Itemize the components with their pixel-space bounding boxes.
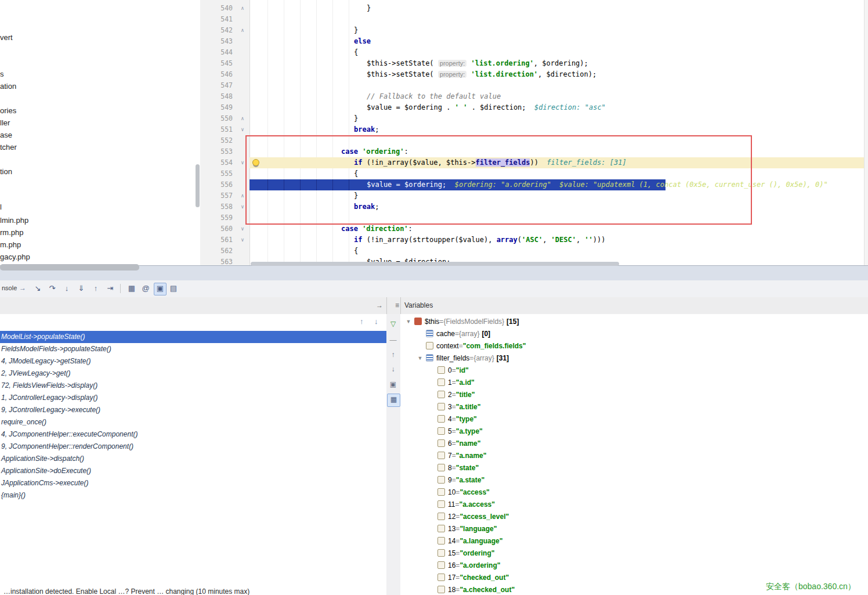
- tree-item[interactable]: m.php: [0, 240, 21, 249]
- tree-vertical-scrollbar[interactable]: [196, 164, 200, 207]
- stack-frame[interactable]: 9, JControllerLegacy->execute(): [0, 404, 386, 416]
- stack-frame[interactable]: 9, JComponentHelper::renderComponent(): [0, 441, 386, 453]
- variable-row[interactable]: 15 = "ordering": [400, 547, 868, 559]
- stack-frame[interactable]: ApplicationSite->doExecute(): [0, 465, 386, 477]
- stack-frame[interactable]: ApplicationSite->dispatch(): [0, 453, 386, 465]
- editor-vertical-scrollbar[interactable]: [864, 0, 868, 265]
- tree-item[interactable]: tion: [0, 167, 12, 176]
- tree-item[interactable]: tcher: [0, 143, 17, 152]
- variable-row[interactable]: ▼filter_fields = {array}[31]: [400, 352, 868, 364]
- show-execution-point-icon[interactable]: ↘: [32, 283, 44, 294]
- previous-frame-icon[interactable]: ↑: [360, 317, 364, 326]
- code-line-544[interactable]: {: [200, 47, 868, 58]
- variable-row[interactable]: 2 = "title": [400, 388, 868, 401]
- variable-row[interactable]: ▼$this = {FieldsModelFields}[15]: [400, 315, 868, 327]
- variable-row[interactable]: 8 = "state": [400, 461, 868, 474]
- frame-down-icon[interactable]: ↓: [387, 363, 399, 376]
- tree-item[interactable]: ories: [0, 106, 16, 115]
- variables-menu-icon[interactable]: ≡: [395, 301, 399, 309]
- variable-row[interactable]: 9 = "a.state": [400, 474, 868, 486]
- variable-value: "a.title": [456, 403, 481, 411]
- step-into-icon[interactable]: ↓: [61, 283, 73, 294]
- variable-row[interactable]: 3 = "a.title": [400, 401, 868, 413]
- mute-breakpoints-icon[interactable]: ▣: [154, 283, 167, 295]
- tree-item[interactable]: l: [0, 203, 2, 211]
- frame-up-icon[interactable]: ↑: [387, 349, 399, 361]
- next-frame-icon[interactable]: ↓: [374, 317, 378, 326]
- stack-frame[interactable]: JApplicationCms->execute(): [0, 477, 386, 489]
- variable-row[interactable]: cache = {array}[0]: [400, 327, 868, 340]
- tree-item[interactable]: vert: [0, 33, 13, 42]
- filter-frames-icon[interactable]: ▽: [387, 318, 399, 330]
- view-breakpoints-icon[interactable]: ▦: [126, 283, 138, 294]
- step-out-icon[interactable]: ↑: [90, 283, 102, 294]
- variable-row[interactable]: 14 = "a.language": [400, 535, 868, 547]
- variable-value: "checked_out": [460, 574, 509, 582]
- debug-side-toolbar: ▽—↑↓▣▦: [386, 314, 401, 595]
- stack-frame[interactable]: 4, JComponentHelper::executeComponent(): [0, 428, 386, 441]
- variable-row[interactable]: 7 = "a.name": [400, 449, 868, 461]
- stack-frame[interactable]: ModelList->populateState(): [0, 331, 386, 343]
- equals-sign: =: [455, 537, 460, 545]
- variable-row[interactable]: 10 = "access": [400, 486, 868, 498]
- stack-frame[interactable]: {main}(): [0, 489, 386, 502]
- code-line-541[interactable]: [200, 14, 868, 25]
- editor-horizontal-scrollbar[interactable]: [251, 262, 619, 266]
- code-line-551[interactable]: break;: [200, 124, 868, 135]
- panel-layout-icon[interactable]: ▦: [387, 394, 400, 407]
- equals-sign: =: [439, 318, 443, 326]
- variable-row[interactable]: context = "com_fields.fields": [400, 340, 868, 352]
- expand-toggle-icon[interactable]: ▼: [404, 319, 413, 324]
- code-line-540[interactable]: }: [200, 3, 868, 14]
- tree-horizontal-scrollbar[interactable]: [0, 264, 139, 271]
- variable-name: 0: [448, 366, 452, 374]
- code-line-561[interactable]: if (!in_array(strtoupper($value), array(…: [200, 235, 868, 246]
- code-line-548[interactable]: // Fallback to the default value: [200, 91, 868, 102]
- copy-frames-icon[interactable]: ▣: [387, 378, 399, 391]
- code-line-562[interactable]: {: [200, 246, 868, 257]
- tree-item[interactable]: rm.php: [0, 228, 23, 237]
- code-line-547[interactable]: [200, 80, 868, 91]
- variable-row[interactable]: 4 = "type": [400, 413, 868, 425]
- code-line-542[interactable]: }: [200, 25, 868, 36]
- variable-row[interactable]: 11 = "a.access": [400, 498, 868, 510]
- stack-frame[interactable]: FieldsModelFields->populateState(): [0, 343, 386, 355]
- variable-name: 16: [448, 561, 455, 569]
- equals-sign: =: [452, 464, 456, 472]
- variable-name: 5: [448, 427, 452, 435]
- variable-row[interactable]: 5 = "a.type": [400, 425, 868, 437]
- code-line-545[interactable]: $this->setState( property: 'list.orderin…: [200, 58, 868, 69]
- console-tab-label[interactable]: nsole: [2, 284, 17, 291]
- code-line-543[interactable]: else: [200, 36, 868, 47]
- tree-item[interactable]: ase: [0, 131, 12, 139]
- step-over-icon[interactable]: ↷: [46, 283, 58, 294]
- tree-item[interactable]: ation: [0, 82, 16, 91]
- stack-frame[interactable]: require_once(): [0, 416, 386, 428]
- variable-row[interactable]: 0 = "id": [400, 364, 868, 376]
- tree-item[interactable]: lmin.php: [0, 216, 28, 225]
- tree-item[interactable]: s: [0, 70, 4, 78]
- tree-item[interactable]: gacy.php: [0, 253, 30, 261]
- code-line-560[interactable]: case 'direction':: [200, 223, 868, 235]
- variable-row[interactable]: 1 = "a.id": [400, 376, 868, 388]
- variable-row[interactable]: 16 = "a.ordering": [400, 559, 868, 571]
- stack-frame[interactable]: 2, JViewLegacy->get(): [0, 367, 386, 380]
- stack-frame[interactable]: 1, JControllerLegacy->display(): [0, 392, 386, 404]
- expand-toggle-icon[interactable]: ▼: [416, 355, 424, 361]
- variable-row[interactable]: 6 = "name": [400, 437, 868, 449]
- evaluate-expression-icon[interactable]: @: [140, 283, 151, 294]
- code-line-549[interactable]: $value = $ordering . ' ' . $direction; $…: [200, 102, 868, 113]
- force-step-into-icon[interactable]: ⇓: [75, 283, 87, 294]
- code-line-550[interactable]: }: [200, 113, 868, 124]
- restore-layout-icon[interactable]: ▤: [168, 283, 179, 294]
- variable-value: "name": [456, 439, 481, 448]
- stack-frame[interactable]: 4, JModelLegacy->getState(): [0, 355, 386, 367]
- variable-row[interactable]: 12 = "access_level": [400, 510, 868, 522]
- stack-frame[interactable]: 72, FieldsViewFields->display(): [0, 380, 386, 392]
- run-to-cursor-icon[interactable]: ⇥: [104, 283, 116, 294]
- code-line-546[interactable]: $this->setState( property: 'list.directi…: [200, 69, 868, 80]
- variable-row[interactable]: 13 = "language": [400, 522, 868, 535]
- frames-collapse-icon[interactable]: →: [376, 301, 383, 309]
- tree-item[interactable]: ller: [0, 118, 10, 127]
- editor[interactable]: 540∧}541542∧}543else544{545$this->setSta…: [200, 0, 868, 265]
